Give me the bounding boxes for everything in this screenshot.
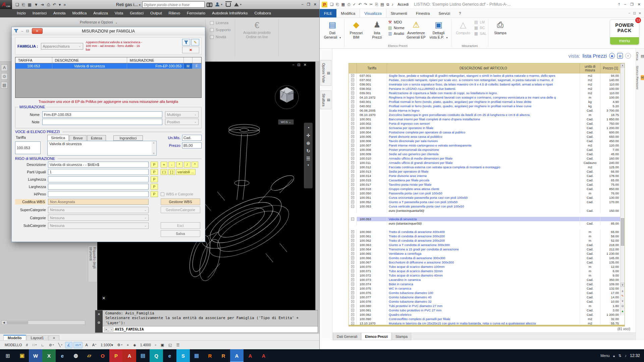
price-row[interactable]: +100.082Quadro elettricoCad.1 200.00 [349, 312, 625, 317]
price-row[interactable]: +100.018Gruppo completo area attesa clie… [349, 187, 625, 191]
price-row[interactable]: +100.073Lavandino in ceramicaCad.350.00 [349, 278, 625, 282]
ribbon-tab-rilievo[interactable]: Rilievo [165, 9, 184, 17]
op-paren-button[interactable]: ( ) [161, 169, 167, 175]
command-customize-icon[interactable]: ⚙ [98, 321, 101, 324]
op-multiply-button[interactable]: * [176, 162, 183, 168]
supporto-button[interactable]: Supporto [210, 28, 231, 32]
dynamic-ucs-icon[interactable]: ▭▾ [73, 342, 83, 348]
expand-toggle-icon[interactable]: + [349, 308, 357, 312]
tray-expand-icon[interactable]: ▴ [613, 354, 615, 358]
price-row[interactable]: +100.064Transizione a 15 gradi per condo… [349, 247, 625, 251]
tariffa-col-header[interactable]: TARIFFA [15, 57, 52, 63]
workspace-caret-icon[interactable]: ▸ [139, 3, 141, 6]
norme-button[interactable]: ▤Norme [388, 25, 405, 30]
categorie-select[interactable]: Nessuna⌄ [48, 215, 149, 221]
palette-layers-icon[interactable]: ▤ [1, 82, 8, 88]
price-row[interactable]: +100.072Tubo acque di scarico diametro 4… [349, 273, 625, 278]
price-row[interactable]: +100.062Tratto di condotta di areazione … [349, 238, 625, 243]
price-row[interactable]: +100.006Tavolo direzionale per sala riun… [349, 139, 625, 143]
expand-toggle-icon[interactable]: + [349, 139, 357, 143]
price-row[interactable]: +06.08.2005Scala interna in legnoCad.3 7… [349, 108, 625, 113]
modello-label[interactable]: MODELLO [3, 342, 23, 348]
op-minus-button[interactable]: - [168, 162, 175, 168]
primus-taskbar-icon[interactable]: P [109, 349, 123, 362]
opera-icon[interactable]: O [96, 349, 109, 362]
selected-misurazione-row[interactable]: 100.053 Valvola di sicurezza Frm-EP-100.… [15, 63, 201, 69]
p-button-descrizione[interactable]: P [151, 162, 158, 168]
a360-icon[interactable] [234, 3, 239, 6]
f-flag-cell[interactable]: F [193, 63, 201, 69]
palette-a-icon[interactable]: A [1, 64, 8, 71]
tab-estesa[interactable]: Estesa [87, 135, 106, 141]
pdf-doc-icon[interactable]: ▤ [136, 349, 150, 362]
mdi-restore-button[interactable]: ⊡ [633, 11, 636, 15]
descrizione-header[interactable]: DESCRIZIONE dell' ARTICOLO [387, 63, 580, 73]
import-icon[interactable]: ➔ [41, 2, 44, 7]
scroll-left-icon[interactable]: ◀ [2, 321, 6, 324]
price-row[interactable]: +100.005Pareti divisorie area cassa al p… [349, 134, 625, 139]
mdo-button[interactable]: ⚒MDO [388, 20, 405, 24]
expand-toggle-icon[interactable]: + [349, 312, 357, 317]
redo-icon[interactable]: ↷ [364, 2, 367, 7]
tariffa-input[interactable] [15, 141, 41, 154]
price-row[interactable]: +100.002Porta di ingresso con sensoriCad… [349, 121, 625, 126]
price-row[interactable]: +100.050Passerella porta cavi con pioli … [349, 191, 625, 195]
price-row[interactable]: +100.090Controsoffitto completo di panne… [349, 317, 625, 321]
price-row[interactable]: +100.009Sedie ad uso generico per client… [349, 152, 625, 156]
help-caret-icon[interactable]: ▾ [240, 3, 241, 6]
acad-minimize-button[interactable]: − [301, 2, 303, 7]
expand-toggle-icon[interactable]: + [349, 161, 357, 165]
open-file-icon[interactable]: ⎗ [22, 2, 25, 7]
expand-toggle-icon[interactable]: − [349, 204, 357, 208]
price-row[interactable]: +037.002Pedate, zoccoletti rampanti, rip… [349, 78, 625, 82]
codifica-wbs-field[interactable]: Non Assegnata [48, 199, 149, 205]
esci-button[interactable]: Esci [161, 222, 200, 229]
stampa-button[interactable]: ⎙ Stampa [490, 19, 510, 35]
lista-prezzi-button[interactable]: ♟ listaPrezzi [367, 19, 387, 39]
bottom-tab-dati-generali[interactable]: Dati Generali [333, 333, 361, 340]
grid-icon[interactable]: # [24, 342, 30, 348]
price-row[interactable]: +08.10.1970Zoccolino battiscopa in gres … [349, 113, 625, 117]
prezzari-bim-button[interactable]: ◆ PrezzariBIM [346, 19, 366, 39]
plot-stamp-icon[interactable]: ▼ [34, 2, 38, 7]
op-bracket-button[interactable]: [ ] [168, 169, 175, 175]
taskbar-menu-label[interactable]: Menu [600, 354, 610, 358]
close-view-icon[interactable]: ✕ [625, 53, 631, 59]
ribbon-tab-gestisci[interactable]: Gestisci [126, 9, 147, 17]
price-row[interactable]: +100.052Giunto a T passerella porta cavi… [349, 200, 625, 204]
expand-toggle-icon[interactable]: + [349, 269, 357, 273]
graphics-performance-icon[interactable]: ▣ [159, 342, 166, 348]
copy-icon[interactable]: ⎘ [375, 2, 378, 7]
spellcheck-icon[interactable]: ✓ [353, 2, 356, 7]
price-row[interactable]: +040.002Profilati normali in ferro (tond… [349, 104, 625, 108]
q-app-icon[interactable]: Q [150, 349, 163, 362]
zoom-preview-icon[interactable]: ⊙ [621, 304, 625, 308]
skype-icon[interactable]: S [176, 349, 190, 362]
price-row[interactable]: +100.075WC in ceramicaCad.132.00 [349, 286, 625, 291]
voice-icon[interactable]: ♪ [391, 2, 393, 6]
op-divide-button[interactable]: / [184, 162, 191, 168]
powerpack-menu-button[interactable]: 13 POWER PACK menu [610, 19, 639, 45]
descrizione-input[interactable] [48, 162, 149, 168]
left-tab-struttura[interactable]: ▤Struttura [320, 90, 331, 109]
print-icon[interactable]: ⎙ [347, 2, 350, 7]
expand-toggle-icon[interactable]: + [349, 247, 357, 251]
primus-close-button[interactable]: ✕ [638, 2, 641, 7]
price-row[interactable]: +100.051Curva orizzontale passerella por… [349, 195, 625, 200]
annotation-visibility-icon[interactable]: A [84, 342, 89, 348]
m-flag-cell[interactable]: M [184, 63, 193, 69]
workspace-switch-icon[interactable]: ◈ [131, 342, 138, 348]
price-row[interactable]: +100.011Armadio ufficio di grandi dimens… [349, 161, 625, 165]
cut-icon[interactable]: ✂ [370, 2, 373, 7]
p-button-lunghezza[interactable]: P [151, 176, 158, 182]
price-row[interactable]: +100.004Postazione completa per operator… [349, 130, 625, 134]
dialog-restore-button[interactable]: ⊡ [26, 29, 29, 33]
expand-toggle-icon[interactable]: + [349, 234, 357, 238]
dati-generali-button[interactable]: ▤ DatiGenerali ▾ [322, 19, 342, 39]
expand-toggle-icon[interactable]: + [349, 156, 357, 161]
store-cart-icon[interactable] [226, 3, 231, 7]
add-scale-icon[interactable]: + [125, 342, 130, 348]
menu-file[interactable]: FILE [320, 9, 336, 17]
search-binoculars-icon[interactable] [207, 3, 212, 6]
price-row[interactable]: +100.066Gomito condotta di aereazione 30… [349, 256, 625, 260]
